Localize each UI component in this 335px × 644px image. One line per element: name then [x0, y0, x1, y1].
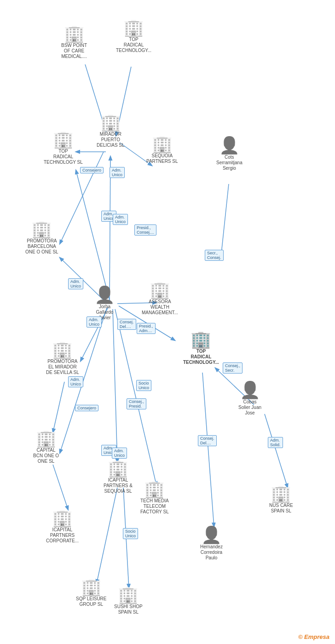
label-top-rad-sl: TOP RADICAL TECHNOLOGY SL: [44, 149, 83, 165]
node-jorba[interactable]: 👤 Jorba Gallardo Javier: [94, 287, 115, 321]
label-capital-bcn: CAPITAL BCN ONE O ONE SL: [33, 448, 59, 464]
badge-presid-consej-1[interactable]: Presid.,Consej....: [134, 224, 156, 236]
label-sqp: SQP LEISURE GROUP SL: [76, 596, 107, 607]
badge-adm-unico-5[interactable]: Adm.Unico: [87, 316, 102, 328]
node-prom-mirador[interactable]: 🏢 PROMOTORA EL MIRADOR DE SEVILLA SL: [46, 341, 79, 375]
label-asesora: ASESORA WEALTH MANAGEMENT...: [142, 299, 178, 316]
node-bsw[interactable]: 🏢 BSW POINT OF CARE MEDICAL....: [61, 25, 87, 59]
label-sushi: SUSHI SHOP SPAIN SL: [114, 604, 143, 615]
svg-line-21: [53, 465, 68, 510]
building-icon-icapital-corp: 🏢: [52, 510, 73, 526]
node-promotora-barcelona[interactable]: 🏢 PROMOTORA BARCELONA ONE O ONE SL: [25, 221, 58, 255]
label-bsw: BSW POINT OF CARE MEDICAL....: [61, 43, 87, 59]
building-icon-icapital: 🏢: [108, 460, 128, 477]
badge-adm-solid[interactable]: Adm.Solid.: [268, 437, 283, 448]
node-sushi[interactable]: 🏢 SUSHI SHOP SPAIN SL: [114, 586, 143, 615]
label-prom-bcn: PROMOTORA BARCELONA ONE O ONE SL: [25, 238, 58, 255]
building-icon-top-rad-main: 🏢: [191, 331, 211, 348]
node-cobas[interactable]: 👤 Cobas Solier Juan Jose: [238, 382, 261, 416]
building-icon-mirador: 🏢: [100, 114, 121, 131]
node-icapital[interactable]: 🏢 ICAPITAL PARTNERS & SEQUOIA SL: [104, 460, 133, 494]
label-tech-media: TECH MEDIA TELECOM FACTORY SL: [140, 498, 169, 515]
building-icon-capital-bcn: 🏢: [36, 430, 57, 447]
building-icon-sushi: 🏢: [118, 586, 139, 603]
badge-secr-consej[interactable]: Secr.,Consej.: [205, 250, 224, 261]
building-icon-nus-care: 🏢: [271, 485, 291, 502]
badge-socio-unico-1[interactable]: SocioUnico: [136, 380, 151, 391]
label-cots: Cots Serramitjana Sergio: [216, 155, 243, 171]
label-top-rad-main: TOP RADICAL TECHNOLOGY...: [183, 349, 219, 365]
svg-line-20: [53, 382, 64, 432]
badge-consej-del-2[interactable]: Consej.Del....: [198, 435, 217, 446]
svg-line-7: [110, 156, 110, 303]
badge-consejero-1[interactable]: Consejero: [80, 167, 104, 173]
badge-adm-unico-8[interactable]: Adm.Unico: [112, 448, 127, 459]
node-sequoia[interactable]: 🏢 SEQUOIA PARTNERS SL: [146, 136, 178, 164]
badge-consejero-2[interactable]: Consejero: [75, 405, 98, 411]
node-top-rad-top[interactable]: 🏢 TOP RADICAL TECHNOLOGY...: [116, 19, 151, 53]
node-icapital-corp[interactable]: 🏢 ICAPITAL PARTNERS CORPORATE...: [46, 510, 79, 544]
building-icon-bsw: 🏢: [64, 25, 85, 42]
node-top-rad-main[interactable]: 🏢 TOP RADICAL TECHNOLOGY...: [183, 331, 219, 365]
svg-line-18: [97, 488, 117, 583]
badge-adm-unico-3[interactable]: Adm.Unico: [113, 214, 128, 225]
person-icon-cots: 👤: [219, 137, 240, 154]
watermark: © Empresa: [298, 633, 329, 640]
node-nus-care[interactable]: 🏢 NUS CARE SPAIN SL: [269, 485, 293, 514]
building-icon-tech-media: 🏢: [144, 481, 165, 497]
badge-presid-adm[interactable]: Presid.,Adm....: [137, 323, 156, 334]
label-prom-mirador: PROMOTORA EL MIRADOR DE SEVILLA SL: [46, 359, 79, 375]
node-hernandez[interactable]: 👤 Hernandez Corredoira Paulo: [200, 527, 223, 561]
label-icapital-corp: ICAPITAL PARTNERS CORPORATE...: [46, 527, 79, 544]
svg-line-16: [265, 414, 288, 488]
badge-consej-del-1[interactable]: Consej.Del.…: [117, 319, 136, 330]
label-nus-care: NUS CARE SPAIN SL: [269, 503, 293, 514]
node-mirador-puerto[interactable]: 🏢 MIRADOR PUERTO DELICIAS SL: [97, 114, 125, 148]
badge-adm-unico-1[interactable]: Adm.Unico: [110, 167, 125, 178]
person-icon-jorba: 👤: [94, 287, 115, 303]
building-icon-sequoia: 🏢: [152, 136, 173, 152]
node-asesora[interactable]: 🏢 ASESORA WEALTH MANAGEMENT...: [142, 282, 178, 316]
label-sequoia: SEQUOIA PARTNERS SL: [146, 153, 178, 164]
person-icon-cobas: 👤: [240, 382, 260, 398]
label-cobas: Cobas Solier Juan Jose: [238, 399, 261, 416]
svg-line-13: [113, 309, 117, 462]
svg-line-17: [202, 373, 214, 527]
label-hernandez: Hernandez Corredoira Paulo: [200, 544, 223, 561]
building-icon-asesora: 🏢: [150, 282, 170, 298]
building-icon-top-rad-top: 🏢: [123, 19, 144, 36]
building-icon-prom-mirador: 🏢: [52, 341, 73, 358]
node-cots[interactable]: 👤 Cots Serramitjana Sergio: [216, 137, 243, 171]
node-top-rad-sl[interactable]: 🏢 TOP RADICAL TECHNOLOGY SL: [44, 131, 83, 165]
badge-consej-secr[interactable]: Consej.,Secr.: [223, 362, 243, 374]
label-mirador: MIRADOR PUERTO DELICIAS SL: [97, 132, 125, 148]
node-tech-media[interactable]: 🏢 TECH MEDIA TELECOM FACTORY SL: [140, 481, 169, 515]
graph-container: 🏢 BSW POINT OF CARE MEDICAL.... 🏢 TOP RA…: [0, 0, 335, 644]
svg-line-4: [221, 184, 229, 258]
label-icapital: ICAPITAL PARTNERS & SEQUOIA SL: [104, 477, 133, 494]
badge-adm-unico-4[interactable]: Adm.Unico: [68, 278, 83, 289]
building-icon-top-rad-sl: 🏢: [53, 131, 74, 148]
building-icon-sqp: 🏢: [81, 579, 102, 595]
badge-socio-unico-2[interactable]: SocioUnico: [123, 528, 138, 539]
label-top-rad-top: TOP RADICAL TECHNOLOGY...: [116, 37, 151, 53]
node-capital-bcn[interactable]: 🏢 CAPITAL BCN ONE O ONE SL: [33, 430, 59, 464]
connections-svg: [0, 0, 335, 644]
badge-adm-unico-6[interactable]: Adm.Unico: [68, 376, 83, 387]
person-icon-hernandez: 👤: [201, 527, 222, 543]
building-icon-prom-bcn: 🏢: [31, 221, 52, 237]
badge-consej-presid[interactable]: Consej.,Presid.: [127, 398, 146, 409]
node-sqp[interactable]: 🏢 SQP LEISURE GROUP SL: [76, 579, 107, 607]
svg-line-5: [60, 152, 104, 244]
